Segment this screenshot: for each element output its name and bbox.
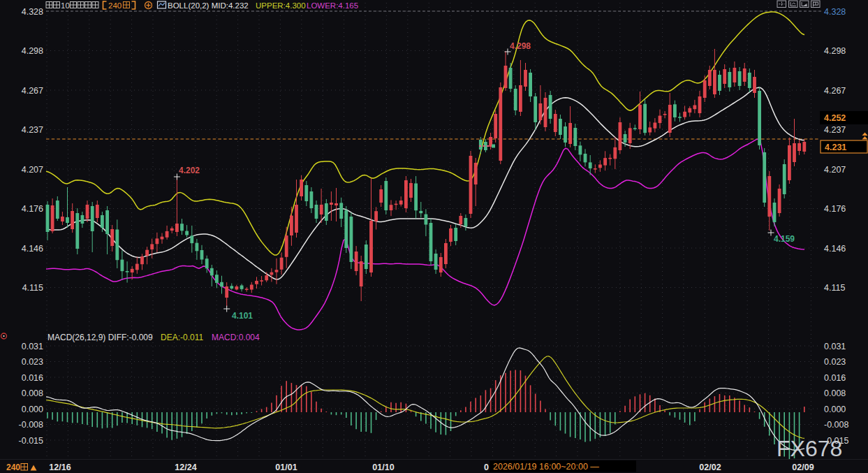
svg-text:01/10: 01/10 [372,463,394,472]
svg-text:0.008: 0.008 [824,388,846,398]
svg-text:12/16: 12/16 [49,463,71,472]
svg-text:240: 240 [108,1,122,10]
svg-text:4.237: 4.237 [22,125,43,135]
svg-text:0.008: 0.008 [22,388,43,398]
svg-text:MACD(26,12,9) DIFF:-0.009: MACD(26,12,9) DIFF:-0.009 [47,333,153,342]
svg-text:0.031: 0.031 [22,342,43,351]
svg-text:4.146: 4.146 [22,244,43,254]
svg-text:LOWER:4.165: LOWER:4.165 [307,1,358,10]
svg-text:4.101: 4.101 [232,311,253,321]
svg-text:12/24: 12/24 [175,463,196,472]
svg-text:4.115: 4.115 [22,283,43,293]
svg-text:4.267: 4.267 [22,86,43,96]
svg-text:4.298: 4.298 [22,46,43,56]
svg-text:4.176: 4.176 [22,204,43,214]
svg-text:FX678: FX678 [777,436,842,461]
svg-text:4.328: 4.328 [22,7,43,17]
svg-text:4.115: 4.115 [824,283,845,293]
svg-text:0.031: 0.031 [824,342,846,351]
svg-text:MACD:0.004: MACD:0.004 [212,333,260,342]
svg-text:2026/01/19 16:00~20:00 —: 2026/01/19 16:00~20:00 — [493,462,599,472]
svg-text:02/02: 02/02 [699,463,721,472]
svg-text:4.176: 4.176 [824,204,846,214]
svg-text:4.159: 4.159 [774,234,795,244]
svg-text:UPPER:4.300: UPPER:4.300 [256,1,306,10]
svg-text:0.016: 0.016 [824,373,846,383]
svg-text:4.146: 4.146 [824,244,846,254]
svg-text:0.016: 0.016 [22,373,43,383]
svg-text:0.023: 0.023 [824,357,846,367]
svg-text:DEA:-0.011: DEA:-0.011 [161,333,203,342]
svg-text:0: 0 [484,463,489,472]
svg-text:4.252: 4.252 [824,113,846,123]
svg-text:0.000: 0.000 [22,405,43,414]
svg-text:-0.015: -0.015 [19,436,43,446]
svg-text:-0.008: -0.008 [19,420,43,430]
svg-text:4.298: 4.298 [510,41,531,51]
svg-text:4.237: 4.237 [824,125,846,135]
svg-text:0.000: 0.000 [824,405,846,414]
svg-text:4.328: 4.328 [824,7,846,17]
svg-text:-0.008: -0.008 [824,420,848,430]
svg-text:0.023: 0.023 [22,357,43,367]
svg-text:240: 240 [6,463,20,472]
svg-text:4.202: 4.202 [179,166,200,175]
svg-text:01/01: 01/01 [275,463,297,472]
svg-text:4.231: 4.231 [825,143,846,152]
svg-text:10: 10 [61,1,70,10]
svg-text:BOLL(20,2) MID:4.232: BOLL(20,2) MID:4.232 [168,1,249,10]
svg-text:4.207: 4.207 [22,165,43,175]
svg-text:02/09: 02/09 [792,463,814,472]
svg-text:4.298: 4.298 [824,46,846,56]
svg-text:4.267: 4.267 [824,86,846,96]
svg-text:4.207: 4.207 [824,165,846,175]
